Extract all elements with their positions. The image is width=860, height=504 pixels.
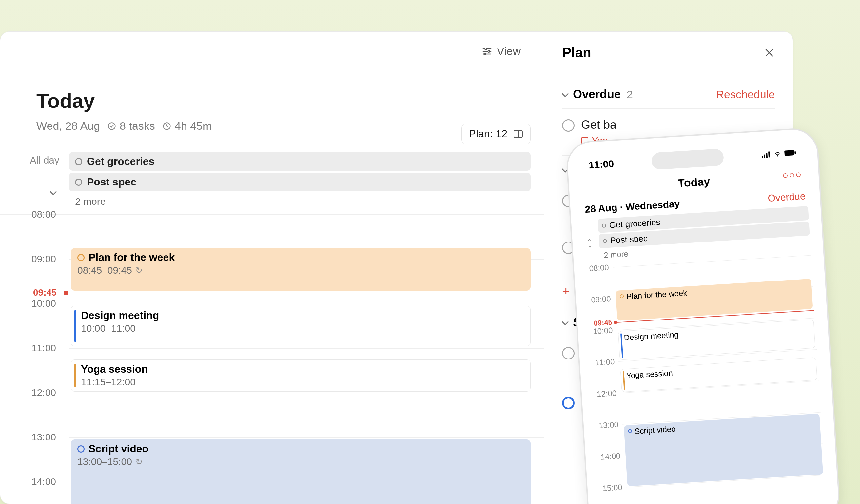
task-checkbox[interactable] — [620, 294, 624, 299]
task-count-label: 8 tasks — [120, 120, 155, 132]
task-checkbox[interactable] — [75, 178, 82, 186]
hour-label: 09:00 — [587, 294, 611, 305]
task-checkbox[interactable] — [562, 119, 575, 132]
svg-point-6 — [109, 123, 115, 129]
sliders-icon[interactable] — [482, 46, 492, 57]
all-day-expand[interactable] — [50, 190, 55, 196]
now-time-label: 09:45 — [33, 287, 57, 298]
task-checkbox[interactable] — [628, 429, 632, 433]
svg-rect-17 — [794, 152, 796, 154]
duration: 4h 45m — [162, 120, 212, 132]
phone-mockup: 11:00 Today ○○○ 28 Aug · Wednesday Overd… — [565, 127, 841, 504]
task-checkbox[interactable] — [77, 445, 85, 452]
plan-count-pill[interactable]: Plan: 12 — [461, 124, 531, 144]
event-title: Design meeting — [624, 330, 679, 343]
section-count: 2 — [627, 88, 633, 101]
svg-rect-14 — [766, 153, 768, 158]
all-day-task[interactable]: Post spec — [69, 173, 531, 191]
task-title: Get groceries — [87, 155, 154, 168]
event-script-video[interactable]: Script video — [624, 414, 823, 486]
signal-icon — [761, 151, 771, 158]
event-color-bar — [623, 371, 625, 390]
svg-rect-16 — [784, 150, 794, 156]
event-script-video[interactable]: Script video 13:00–15:00↻ — [71, 440, 531, 504]
panel-icon — [513, 130, 523, 138]
task-checkbox[interactable] — [562, 397, 575, 409]
event-plan-week[interactable]: Plan for the week 08:45–09:45↻ — [71, 248, 531, 291]
svg-point-3 — [488, 51, 490, 52]
recurring-icon: ↻ — [135, 265, 143, 276]
event-color-bar — [74, 364, 76, 387]
event-time: 11:15–12:00 — [81, 376, 524, 388]
now-indicator — [66, 293, 544, 293]
task-count: 8 tasks — [107, 120, 155, 132]
hour-label: 08:00 — [585, 263, 609, 273]
task-title: Post spec — [610, 233, 648, 246]
duration-label: 4h 45m — [175, 120, 212, 132]
hour-label: 15:00 — [599, 483, 623, 493]
close-icon[interactable] — [764, 47, 775, 58]
event-title: Plan for the week — [626, 288, 687, 301]
section-title: Overdue — [573, 87, 621, 101]
phone-notch — [651, 148, 724, 170]
more-icon[interactable]: ○○○ — [782, 169, 802, 181]
wifi-icon — [773, 150, 782, 157]
hour-label: 11:00 — [591, 357, 615, 368]
view-button[interactable]: View — [497, 45, 521, 58]
task-title: Get ba — [581, 118, 616, 132]
all-day-more[interactable]: 2 more — [69, 193, 531, 210]
svg-rect-8 — [514, 130, 522, 138]
hour-label: 12:00 — [0, 387, 66, 398]
section-overdue[interactable]: Overdue 2 Reschedule — [562, 80, 775, 109]
all-day-section: All day Get groceries Post spec 2 more — [0, 147, 544, 215]
event-time: 08:45–09:45 — [77, 265, 132, 276]
hour-label: 09:00 — [0, 253, 66, 264]
phone-overdue-link[interactable]: Overdue — [768, 190, 806, 204]
now-time-label: 09:45 — [588, 318, 612, 328]
event-title: Yoga session — [81, 363, 148, 375]
plan-count-label: Plan: 12 — [469, 128, 507, 140]
hour-label: 14:00 — [0, 476, 66, 487]
svg-rect-12 — [762, 156, 763, 158]
svg-point-5 — [484, 53, 486, 55]
task-title: Post spec — [87, 176, 137, 188]
plus-icon: + — [562, 284, 570, 299]
phone-timeline: 08:00 09:00 10:00 11:00 12:00 13:00 14:0… — [587, 255, 827, 504]
task-title: Get groceries — [609, 217, 661, 230]
event-color-bar — [74, 310, 76, 342]
plan-panel-title: Plan — [562, 45, 591, 61]
all-day-task[interactable]: Get groceries — [69, 152, 531, 171]
chevron-down-icon[interactable] — [562, 318, 569, 325]
task-checkbox[interactable] — [562, 347, 575, 359]
hour-label: 12:00 — [592, 388, 617, 399]
hour-label: 13:00 — [0, 432, 66, 443]
recurring-icon: ↻ — [135, 457, 143, 467]
phone-time: 11:00 — [588, 158, 614, 171]
event-title: Design meeting — [81, 309, 159, 321]
chevron-down-icon[interactable] — [562, 90, 569, 97]
reschedule-button[interactable]: Reschedule — [716, 88, 775, 101]
battery-icon — [784, 150, 797, 156]
main-header: Today Wed, 28 Aug 8 tasks 4h 45m — [37, 89, 212, 132]
svg-rect-13 — [764, 154, 765, 158]
svg-rect-15 — [768, 152, 770, 158]
hour-label: 08:00 — [0, 209, 66, 220]
hour-label: 11:00 — [0, 343, 66, 354]
page-title: Today — [37, 89, 212, 112]
calendar: All day Get groceries Post spec 2 more — [0, 147, 544, 504]
event-color-bar — [620, 333, 624, 358]
task-checkbox[interactable] — [75, 158, 82, 165]
event-design-meeting[interactable]: Design meeting 10:00–11:00 — [71, 306, 531, 346]
event-time: 13:00–15:00 — [77, 456, 132, 467]
hour-label: 10:00 — [0, 298, 66, 309]
task-checkbox[interactable] — [77, 254, 85, 261]
expand-icon[interactable]: ⌄ ⌄ — [584, 219, 596, 262]
timeline: 08:00 09:00 10:00 11:00 12:00 13:00 14:0… — [0, 215, 544, 504]
hour-label: 14:00 — [597, 451, 621, 462]
all-day-label: All day — [0, 152, 69, 166]
event-yoga[interactable]: Yoga session 11:15–12:00 — [71, 359, 531, 392]
event-title: Script video — [634, 424, 676, 436]
event-title: Plan for the week — [88, 251, 175, 263]
event-title: Script video — [88, 443, 148, 455]
hour-label: 13:00 — [594, 420, 619, 430]
